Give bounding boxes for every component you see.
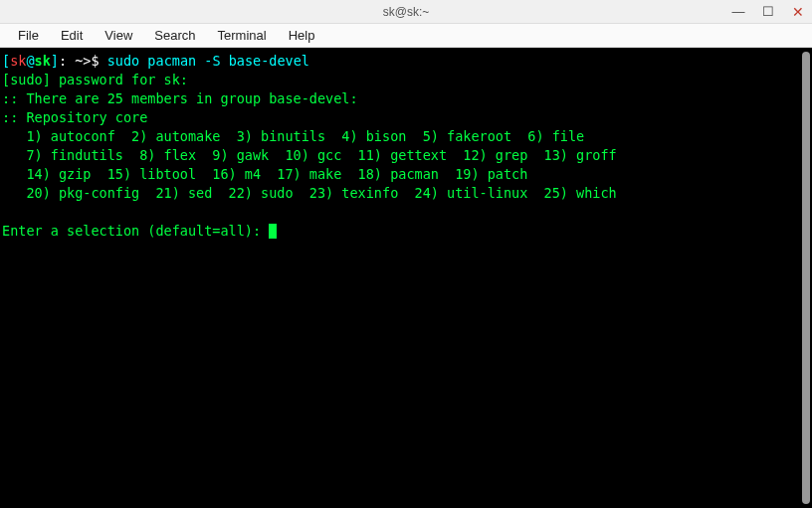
menu-edit[interactable]: Edit [51, 26, 93, 45]
selection-prompt: Enter a selection (default=all): [2, 223, 269, 239]
repo-line: :: Repository core [2, 109, 147, 125]
prompt-host: sk [35, 53, 51, 69]
terminal-area: [sk@sk]: ~>$ sudo pacman -S base-devel [… [0, 48, 812, 508]
minimize-button[interactable]: — [730, 4, 746, 19]
pkg-line-4: 20) pkg-config 21) sed 22) sudo 23) texi… [2, 185, 617, 201]
prompt-at: @ [26, 53, 34, 69]
pkg-line-1: 1) autoconf 2) automake 3) binutils 4) b… [2, 128, 584, 144]
pkg-line-2: 7) findutils 8) flex 9) gawk 10) gcc 11)… [2, 147, 617, 163]
maximize-button[interactable]: ☐ [760, 4, 776, 19]
window-title: sk@sk:~ [383, 5, 430, 19]
titlebar: sk@sk:~ — ☐ ✕ [0, 0, 812, 24]
close-button[interactable]: ✕ [790, 4, 806, 20]
menu-help[interactable]: Help [279, 26, 325, 45]
window-controls: — ☐ ✕ [730, 0, 806, 23]
scrollbar[interactable] [800, 48, 812, 508]
members-line: :: There are 25 members in group base-de… [2, 90, 358, 106]
menu-terminal[interactable]: Terminal [208, 26, 277, 45]
pkg-line-3: 14) gzip 15) libtool 16) m4 17) make 18)… [2, 166, 527, 182]
prompt-path: : ~>$ [59, 53, 107, 69]
menu-search[interactable]: Search [144, 26, 205, 45]
prompt-lbr: [ [2, 53, 10, 69]
terminal[interactable]: [sk@sk]: ~>$ sudo pacman -S base-devel [… [0, 48, 800, 508]
sudo-line: [sudo] password for sk: [2, 72, 188, 87]
cursor [269, 224, 277, 239]
prompt-rbr: ] [51, 53, 59, 69]
menu-file[interactable]: File [8, 26, 49, 45]
menubar: File Edit View Search Terminal Help [0, 24, 812, 48]
command: sudo pacman -S base-devel [107, 53, 309, 69]
prompt-user: sk [10, 53, 26, 69]
menu-view[interactable]: View [95, 26, 142, 45]
scrollbar-thumb[interactable] [802, 52, 810, 504]
